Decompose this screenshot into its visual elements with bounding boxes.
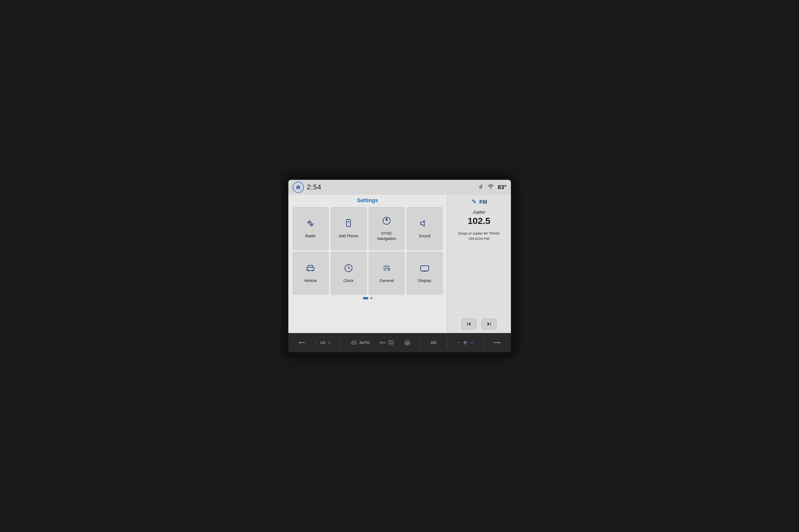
svg-point-23 — [473, 201, 475, 202]
divider-4 — [483, 337, 484, 348]
radio-song-info: Drops of Jupiter BY TRAINON KCHI-FM — [452, 231, 507, 241]
time-display: 2:54 — [307, 183, 322, 191]
sound-label: Sound — [419, 233, 430, 239]
svg-rect-5 — [347, 220, 351, 227]
settings-item-vehicle[interactable]: Vehicle — [293, 252, 329, 294]
steering-heat — [404, 339, 411, 346]
divider-3 — [447, 337, 447, 348]
settings-item-display[interactable]: Display — [407, 252, 443, 294]
car-icon — [351, 341, 357, 345]
settings-panel: Settings Radio — [288, 195, 447, 333]
main-content: Settings Radio — [288, 195, 511, 333]
fan-down-button[interactable]: – — [457, 340, 459, 345]
status-area: 83° — [478, 184, 506, 191]
screen: 2:54 83° — [288, 180, 511, 352]
vehicle-icon — [306, 263, 315, 274]
sync-nav-label: SYNCNavigation — [377, 231, 396, 241]
temp-up-button[interactable]: + — [328, 340, 330, 345]
settings-title: Settings — [293, 197, 443, 204]
settings-grid: Radio Add Phone — [293, 207, 443, 294]
signal-icon — [478, 184, 484, 191]
wifi-icon — [488, 184, 494, 191]
home-button[interactable] — [293, 182, 304, 193]
svg-line-32 — [389, 344, 390, 345]
fan-control: – + — [457, 340, 473, 345]
fan-icon — [462, 340, 468, 345]
temp-down-button[interactable]: – — [315, 340, 318, 345]
car-climate-control: AUTO — [351, 341, 370, 345]
settings-item-add-phone[interactable]: Add Phone — [331, 207, 367, 250]
svg-marker-26 — [488, 322, 490, 326]
sync-nav-icon — [382, 216, 392, 227]
radio-frequency: 102.5 — [452, 216, 507, 226]
svg-rect-10 — [307, 267, 314, 270]
radio-header: FM — [452, 198, 507, 206]
screen-bezel: 2:54 83° — [285, 177, 514, 355]
svg-line-39 — [408, 343, 410, 344]
add-phone-label: Add Phone — [339, 233, 358, 239]
svg-marker-9 — [421, 221, 424, 226]
settings-item-clock[interactable]: Clock — [331, 252, 367, 294]
display-icon — [420, 263, 430, 274]
radio-panel: FM Jupiter 102.5 Drops of Jupiter BY TRA… — [447, 195, 511, 333]
svg-point-4 — [309, 222, 312, 225]
clock-label: Clock — [343, 278, 353, 283]
svg-point-3 — [490, 188, 491, 189]
general-label: General — [379, 278, 394, 283]
temp-control-left: – LO + — [315, 340, 331, 345]
settings-item-general[interactable]: General — [369, 252, 405, 294]
climate-bar: ⟵ – LO + AUTO MAX — [288, 333, 511, 352]
radio-band: FM — [479, 199, 487, 205]
general-icon — [382, 263, 392, 274]
next-button[interactable] — [482, 319, 496, 329]
sound-icon — [420, 218, 430, 230]
display-label: Display — [418, 278, 431, 283]
svg-line-38 — [405, 343, 406, 344]
top-bar: 2:54 83° — [288, 180, 511, 195]
svg-rect-28 — [351, 342, 357, 344]
add-phone-icon — [344, 218, 353, 230]
settings-item-sync-nav[interactable]: SYNCNavigation — [369, 207, 405, 250]
divider-1 — [341, 337, 341, 348]
svg-marker-24 — [468, 322, 470, 326]
left-seat-control: ⟵ — [298, 340, 305, 345]
radio-signal-icon — [471, 198, 477, 206]
temp-label: LO — [321, 341, 326, 345]
right-seat-control: ⟶ — [494, 340, 501, 345]
home-icon — [295, 184, 301, 190]
radio-icon — [306, 218, 315, 230]
settings-item-radio[interactable]: Radio — [293, 207, 329, 250]
page-dots — [293, 297, 443, 299]
defroster-icon — [388, 340, 394, 345]
clock-icon — [344, 263, 353, 274]
ac-control: A/C — [431, 341, 437, 345]
svg-line-34 — [392, 344, 393, 345]
max-label: MAX — [380, 341, 385, 344]
auto-label: AUTO — [359, 341, 370, 345]
ac-label: A/C — [431, 341, 437, 345]
radio-controls — [452, 314, 507, 329]
max-defroster: MAX — [380, 340, 394, 345]
svg-point-36 — [406, 342, 408, 343]
dot-active — [363, 297, 368, 299]
left-seat-icon: ⟵ — [298, 340, 305, 345]
settings-item-sound[interactable]: Sound — [407, 207, 443, 250]
radio-station-name: Jupiter — [452, 210, 507, 215]
divider-2 — [420, 337, 421, 348]
vehicle-label: Vehicle — [304, 278, 317, 283]
dot-inactive — [370, 297, 373, 299]
right-seat-icon: ⟶ — [494, 340, 501, 345]
radio-label: Radio — [305, 233, 315, 239]
steering-icon — [404, 339, 411, 346]
svg-rect-20 — [421, 266, 429, 271]
prev-button[interactable] — [461, 319, 476, 329]
fan-up-button[interactable]: + — [471, 340, 473, 345]
temperature-display: 83° — [497, 184, 506, 191]
